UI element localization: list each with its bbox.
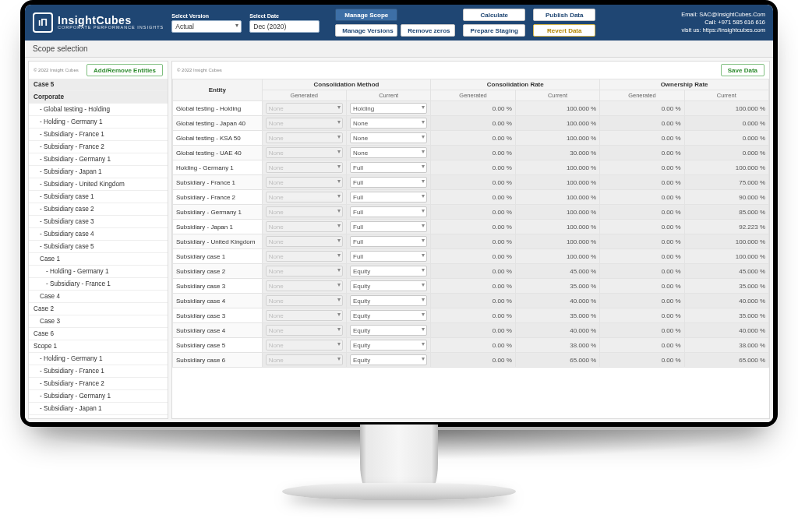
cell-orate-current[interactable]: 90.000 % [684, 190, 768, 205]
add-remove-entities-button[interactable]: Add/Remove Entities [87, 64, 163, 76]
tree-item[interactable]: - Holding - Germany 1 [29, 353, 168, 365]
cell-crate-current[interactable]: 30.000 % [515, 146, 599, 160]
cell-orate-current[interactable]: 92.223 % [684, 220, 768, 234]
cell-method-generated[interactable]: None [262, 146, 346, 160]
tree-item[interactable]: - Subsidiary case 3 [29, 216, 168, 228]
cell-orate-current[interactable]: 45.000 % [684, 264, 768, 279]
revert-data-button[interactable]: Revert Data [533, 24, 595, 37]
cell-method-current[interactable]: Full [347, 249, 431, 264]
cell-orate-current[interactable]: 35.000 % [684, 308, 768, 323]
cell-method-generated[interactable]: None [262, 294, 346, 308]
cell-method-current[interactable]: None [347, 116, 431, 131]
cell-method-current[interactable]: Full [347, 175, 431, 190]
tree-item[interactable]: - Subsidiary - France 1 [29, 365, 168, 378]
cell-method-generated[interactable]: None [262, 279, 346, 294]
cell-orate-current[interactable]: 85.000 % [684, 205, 768, 220]
cell-orate-current[interactable]: 35.000 % [684, 279, 768, 294]
tree-item[interactable]: - Subsidiary case 4 [29, 228, 168, 241]
cell-crate-current[interactable]: 100.000 % [515, 205, 599, 220]
tree-item[interactable]: - Subsidiary - France 2 [29, 141, 168, 153]
cell-method-current[interactable]: Holding [347, 101, 431, 116]
cell-orate-current[interactable]: 38.000 % [684, 338, 768, 353]
cell-method-current[interactable]: Equity [347, 323, 431, 338]
tree-item[interactable]: - Subsidiary - France 2 [29, 378, 168, 390]
tree-item[interactable]: Case 3 [29, 315, 168, 328]
cell-method-current[interactable]: Full [347, 190, 431, 205]
cell-method-generated[interactable]: None [262, 101, 346, 116]
cell-method-generated[interactable]: None [262, 175, 346, 190]
cell-method-generated[interactable]: None [262, 220, 346, 234]
cell-orate-current[interactable]: 75.000 % [684, 175, 768, 190]
cell-crate-current[interactable]: 100.000 % [515, 249, 599, 264]
scope-table-wrap[interactable]: Entity Consolidation Method Consolidatio… [172, 79, 769, 418]
cell-orate-current[interactable]: 40.000 % [684, 294, 768, 308]
cell-method-current[interactable]: Full [347, 160, 431, 175]
cell-method-generated[interactable]: None [262, 308, 346, 323]
cell-orate-current[interactable]: 40.000 % [684, 323, 768, 338]
tree-item[interactable]: - Subsidiary case 2 [29, 203, 168, 216]
cell-orate-current[interactable]: 0.000 % [684, 146, 768, 160]
cell-method-current[interactable]: Equity [347, 279, 431, 294]
cell-method-current[interactable]: Full [347, 220, 431, 234]
save-data-button[interactable]: Save Data [721, 64, 764, 76]
tree-item[interactable]: - Subsidiary case 5 [29, 241, 168, 253]
cell-method-current[interactable]: Equity [347, 294, 431, 308]
cell-method-generated[interactable]: None [262, 234, 346, 249]
tree-item[interactable]: - Subsidiary - France 1 [29, 129, 168, 141]
tree-item[interactable]: - Subsidiary - Japan 1 [29, 166, 168, 178]
cell-method-generated[interactable]: None [262, 160, 346, 175]
cell-orate-current[interactable]: 65.000 % [684, 353, 768, 368]
tree-item[interactable]: Case 1 [29, 253, 168, 266]
cell-crate-current[interactable]: 100.000 % [515, 116, 599, 131]
prepare-staging-button[interactable]: Prepare Staging [463, 24, 525, 37]
manage-scope-button[interactable]: Manage Scope [335, 9, 397, 21]
tree-item[interactable]: - Subsidiary case 1 [29, 191, 168, 203]
calculate-button[interactable]: Calculate [463, 9, 525, 21]
tree-item[interactable]: Corporate [29, 91, 168, 104]
cell-orate-current[interactable]: 100.000 % [684, 160, 768, 175]
cell-method-current[interactable]: Equity [347, 338, 431, 353]
tree-item[interactable]: - Holding - Germany 1 [29, 116, 168, 129]
cell-method-current[interactable]: Full [347, 234, 431, 249]
cell-orate-current[interactable]: 0.000 % [684, 116, 768, 131]
cell-orate-current[interactable]: 100.000 % [684, 101, 768, 116]
remove-zeros-button[interactable]: Remove zeros [401, 24, 455, 37]
tree-item[interactable]: Case 2 [29, 303, 168, 315]
cell-method-generated[interactable]: None [262, 190, 346, 205]
date-input[interactable] [249, 20, 320, 33]
cell-method-generated[interactable]: None [262, 338, 346, 353]
tree-item[interactable]: Case 4 [29, 291, 168, 303]
publish-data-button[interactable]: Publish Data [533, 9, 595, 21]
cell-crate-current[interactable]: 65.000 % [515, 353, 599, 368]
cell-method-generated[interactable]: None [262, 249, 346, 264]
cell-orate-current[interactable]: 0.000 % [684, 131, 768, 146]
cell-crate-current[interactable]: 40.000 % [515, 323, 599, 338]
cell-crate-current[interactable]: 45.000 % [515, 264, 599, 279]
cell-method-current[interactable]: None [347, 131, 431, 146]
cell-crate-current[interactable]: 100.000 % [515, 234, 599, 249]
tree-item[interactable]: - Holding - Germany 1 [29, 266, 168, 278]
cell-method-generated[interactable]: None [262, 323, 346, 338]
cell-method-current[interactable]: Equity [347, 264, 431, 279]
cell-crate-current[interactable]: 40.000 % [515, 294, 599, 308]
tree-item[interactable]: Scope 1 [29, 340, 168, 353]
tree-item[interactable]: Case 5 [29, 79, 168, 91]
cell-method-current[interactable]: Equity [347, 308, 431, 323]
cell-method-generated[interactable]: None [262, 116, 346, 131]
cell-crate-current[interactable]: 100.000 % [515, 175, 599, 190]
cell-crate-current[interactable]: 35.000 % [515, 308, 599, 323]
cell-method-generated[interactable]: None [262, 131, 346, 146]
tree-item[interactable]: - Global testing - Holding [29, 104, 168, 116]
cell-crate-current[interactable]: 100.000 % [515, 131, 599, 146]
tree-item[interactable]: - Subsidiary - Germany 1 [29, 153, 168, 166]
tree-item[interactable]: - Subsidiary - Germany 1 [29, 390, 168, 403]
cell-orate-current[interactable]: 100.000 % [684, 249, 768, 264]
cell-crate-current[interactable]: 100.000 % [515, 160, 599, 175]
cell-method-generated[interactable]: None [262, 205, 346, 220]
cell-crate-current[interactable]: 100.000 % [515, 101, 599, 116]
manage-versions-button[interactable]: Manage Versions [335, 24, 397, 37]
version-select[interactable]: Actual [171, 20, 242, 33]
cell-method-current[interactable]: None [347, 146, 431, 160]
tree-item[interactable]: Case 6 [29, 328, 168, 340]
tree-item[interactable]: - Subsidiary - United Kingdom [29, 178, 168, 191]
